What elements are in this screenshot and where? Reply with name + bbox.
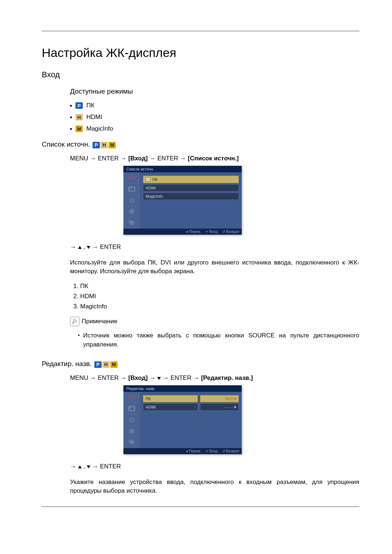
- heading-input: Вход: [42, 70, 359, 79]
- note-heading: Примечание: [70, 317, 359, 326]
- svg-rect-15: [131, 442, 134, 444]
- footer-label: Возврат: [226, 449, 240, 453]
- path-seg: MENU → ENTER →: [70, 155, 127, 162]
- svg-rect-7: [131, 222, 134, 224]
- bullet-icon: [70, 116, 72, 118]
- badge-h-icon: H: [102, 361, 110, 368]
- mode-label: ПК: [86, 102, 94, 109]
- heading-modes: Доступные режимы: [70, 87, 359, 95]
- footer-enter: ↵ Вход: [205, 449, 217, 453]
- arrow-down-icon: [157, 377, 161, 380]
- colon-icon: :: [194, 397, 195, 401]
- bullet-icon: [70, 105, 72, 107]
- footer-enter: ↵ Вход: [205, 230, 217, 234]
- osd-side-icon-setup: [123, 426, 140, 437]
- osd-title: Список источн.: [123, 166, 242, 172]
- footer-label: Перем.: [189, 449, 201, 453]
- osd-sidebar: [123, 172, 140, 229]
- heading-edit-name: Редактир. назв. PHM: [42, 360, 359, 368]
- svg-point-11: [130, 418, 134, 422]
- note-item: Источник можно также выбрать с помощью к…: [70, 330, 359, 350]
- osd-body: ПК HDMI MagicInfo: [123, 172, 242, 229]
- arrow-down-icon: [87, 465, 90, 468]
- osd-item-hdmi[interactable]: HDMI: [143, 184, 239, 192]
- footer-label: Вход: [209, 230, 218, 234]
- arrow-up-icon: [78, 465, 82, 468]
- svg-rect-1: [129, 187, 135, 191]
- heading-text: Редактир. назв.: [42, 360, 92, 368]
- osd-side-icon-multi: [123, 437, 140, 448]
- mode-label: HDMI: [86, 114, 102, 121]
- osd-row-left: HDMI :: [143, 403, 198, 411]
- chevron-right-icon: [234, 397, 236, 400]
- osd-body: ПК : VHS HDMI : - - - -: [123, 392, 242, 448]
- badge-h-icon: H: [75, 114, 83, 120]
- osd-footer: ♦ Перем. ↵ Вход ↺ Возврат: [123, 448, 242, 454]
- osd-row-value: VHS: [225, 397, 233, 401]
- badge-p-icon: P: [75, 102, 83, 109]
- ol-item: ПК: [80, 283, 359, 290]
- osd-side-icon-input: [123, 392, 140, 403]
- osd-item-label: ПК: [152, 177, 158, 182]
- hint-seg: → ENTER: [92, 463, 121, 470]
- page: Настройка ЖК-дисплея Вход Доступные режи…: [0, 0, 392, 554]
- bullet-icon: [78, 335, 79, 336]
- footer-label: Вход: [209, 449, 218, 453]
- mode-item-magicinfo: M MagicInfo: [70, 125, 359, 132]
- svg-point-13: [131, 430, 132, 432]
- heading-badges: PHM: [94, 360, 118, 368]
- osd-row-left: ПК :: [143, 395, 198, 402]
- osd-edit-name: Редактир. назв. ПК : VHS: [123, 385, 242, 454]
- osd-side-icon-input: [123, 172, 140, 184]
- edit-nav-hint: → , → ENTER: [70, 462, 359, 471]
- path-bold: [Список источн.]: [188, 155, 238, 162]
- source-ordered-list: ПК HDMI MagicInfo: [70, 283, 359, 310]
- check-icon: [146, 177, 150, 182]
- osd-item-magicinfo[interactable]: MagicInfo: [143, 193, 239, 200]
- hint-seg: →: [70, 463, 76, 470]
- osd-side-icon-sound: [123, 414, 140, 426]
- badge-p-icon: P: [94, 361, 102, 368]
- svg-point-2: [130, 188, 131, 189]
- bottom-rule: [42, 506, 359, 507]
- edit-name-path: MENU → ENTER → [Вход] → → ENTER → [Редак…: [70, 374, 359, 382]
- osd-side-icon-sound: [123, 195, 140, 206]
- svg-rect-6: [129, 221, 132, 223]
- footer-label: Перем.: [189, 230, 201, 234]
- note-list: Источник можно также выбрать с помощью к…: [70, 330, 359, 350]
- svg-point-10: [130, 407, 131, 409]
- source-description: Используйте для выбора ПК, DVI или друго…: [70, 258, 359, 276]
- edit-description: Укажите название устройства ввода, подкл…: [70, 478, 359, 496]
- osd-item-pk[interactable]: ПК: [143, 176, 239, 183]
- badge-h-icon: H: [101, 142, 108, 148]
- chevron-right-icon: [234, 406, 236, 409]
- osd-row-pk[interactable]: ПК : VHS: [143, 395, 239, 402]
- path-bold: [Редактир. назв.]: [201, 374, 253, 381]
- footer-move: ♦ Перем.: [186, 230, 201, 234]
- path-bold: [Вход]: [128, 374, 148, 381]
- path-seg: →: [150, 374, 156, 381]
- path-seg: → ENTER →: [163, 374, 199, 381]
- page-title: Настройка ЖК-дисплея: [42, 46, 359, 60]
- svg-rect-9: [129, 406, 135, 411]
- arrow-up-icon: [78, 246, 82, 249]
- footer-return: ↺ Возврат: [222, 230, 240, 234]
- osd-row-hdmi[interactable]: HDMI : - - - -: [143, 403, 239, 411]
- badge-m-icon: M: [75, 126, 83, 132]
- mode-label: MagicInfo: [86, 125, 113, 132]
- osd-title: Редактир. назв.: [123, 385, 242, 392]
- path-bold: [Вход]: [128, 155, 148, 162]
- osd-row-right: - - - -: [200, 403, 239, 411]
- osd-item-label: MagicInfo: [146, 194, 163, 198]
- hint-seg: →: [70, 243, 76, 250]
- osd-side-icon-setup: [123, 206, 140, 217]
- note-text: Источник можно также выбрать с помощью к…: [83, 331, 359, 349]
- badge-p-icon: P: [93, 142, 100, 148]
- svg-point-5: [131, 211, 132, 212]
- osd-sidebar: [123, 392, 140, 448]
- footer-label: Возврат: [226, 230, 240, 234]
- svg-point-3: [130, 198, 134, 202]
- ol-item: HDMI: [80, 293, 359, 300]
- note-label: Примечание: [82, 318, 117, 325]
- hint-seg: → ENTER: [92, 243, 121, 250]
